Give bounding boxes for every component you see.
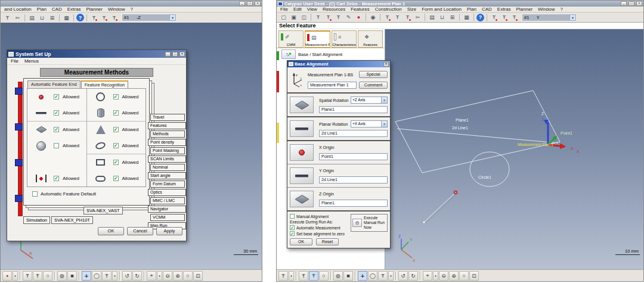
menu-item[interactable]: Edit [293, 7, 302, 12]
menu-item[interactable]: Plan [467, 7, 476, 12]
axis-select[interactable]: +Z Axis ▾ [351, 97, 388, 104]
side-tab[interactable]: Optics [148, 189, 186, 196]
side-tab[interactable]: Methods [150, 130, 185, 138]
line-feature[interactable] [423, 191, 457, 224]
execute-manual-run-button[interactable]: ⚙ Execute Manual Run Now [351, 214, 388, 232]
delete-icon[interactable]: ⊔ [438, 13, 447, 22]
axis-view-dropdown[interactable]: ▾ [433, 271, 438, 281]
probe-define-icon[interactable]: Ŧ [324, 13, 333, 22]
allowed-checkbox[interactable]: ✓ [113, 94, 119, 99]
axis-view-dropdown[interactable]: ▾ [157, 271, 162, 281]
sensor-tab[interactable]: Simulation [23, 216, 50, 224]
side-tab[interactable]: Nominal [150, 164, 185, 171]
manual-alignment-checkbox[interactable] [290, 214, 295, 219]
side-tab[interactable]: Start angle [148, 172, 186, 179]
stylus-edit-icon[interactable]: ✎ [344, 13, 353, 22]
menu-item[interactable]: Size [407, 7, 417, 12]
side-tab[interactable]: Point density [148, 139, 186, 146]
menu-item[interactable]: Planner [516, 7, 532, 12]
table-icon[interactable]: ⊞ [448, 13, 457, 22]
close-button[interactable]: × [255, 1, 261, 6]
axis-view-button[interactable]: ⌖ [423, 271, 432, 281]
minimize-button[interactable]: _ [239, 1, 245, 6]
probe-position-dropdown[interactable]: #1 -Z ▾ [122, 14, 177, 21]
feature-input[interactable]: Plane1 [319, 106, 388, 113]
probe-view-button[interactable]: Ŧ [378, 271, 388, 281]
maximize-button[interactable]: □ [628, 1, 634, 6]
probe-position-dropdown[interactable]: #1 Y ▾ [522, 14, 577, 21]
pan-button[interactable]: + [358, 271, 367, 281]
comment-button[interactable]: Comment [359, 82, 388, 89]
probe-view-dropdown[interactable]: ▾ [388, 271, 394, 281]
chevron-down-icon[interactable]: ▾ [381, 97, 387, 103]
menu-item[interactable]: CAD [52, 7, 62, 12]
zoom-window-button[interactable]: ○ [459, 271, 469, 281]
rotate-left-button[interactable]: ↺ [122, 271, 132, 281]
rotate-right-button[interactable]: ↻ [408, 271, 418, 281]
circle-feature[interactable]: Circle1 [470, 152, 509, 186]
side-tab[interactable]: Navigator [148, 206, 186, 213]
probe-group-button[interactable]: Ŧ [33, 271, 42, 281]
feature-icon-button[interactable] [290, 144, 314, 161]
close-button[interactable]: × [636, 1, 642, 6]
set-zero-checkbox[interactable]: ✓ [290, 231, 295, 236]
dialog-close-button[interactable]: × [383, 62, 389, 67]
menu-item[interactable]: Window [108, 7, 125, 12]
feature-icon-button[interactable] [290, 97, 314, 113]
allowed-checkbox[interactable]: ✓ [54, 176, 59, 181]
sphere-view-button[interactable]: ○ [43, 271, 52, 281]
menu-item[interactable]: Window [538, 7, 555, 12]
probe-button[interactable]: Ŧ [23, 271, 32, 281]
stylus-angles-icon[interactable]: Ŧ [393, 13, 402, 22]
apply-button[interactable]: Apply [156, 227, 182, 235]
probe-button[interactable]: Ŧ [299, 271, 308, 281]
allowed-checkbox[interactable]: ✓ [54, 127, 59, 132]
zoom-in-button[interactable]: ⊕ [449, 271, 459, 281]
zoom-out-button[interactable]: ⊖ [439, 271, 448, 281]
chevron-down-icon[interactable]: ▾ [169, 14, 176, 21]
zoom-window-button[interactable]: ○ [183, 271, 193, 281]
save-plan-icon[interactable]: ◫ [299, 13, 308, 22]
allowed-checkbox[interactable]: ✓ [113, 143, 119, 148]
dialog-maximize-button[interactable]: □ [172, 52, 178, 57]
automatic-feature-default-checkbox[interactable] [32, 191, 38, 197]
nav-tab[interactable]: ❖ Features [358, 30, 383, 48]
menu-item[interactable]: Extras [497, 7, 511, 12]
automatic-measurement-checkbox[interactable]: ✓ [290, 225, 295, 230]
ellipse-select-button[interactable]: ◯ [368, 271, 377, 281]
reset-button[interactable]: Reset [316, 238, 339, 245]
allowed-checkbox[interactable]: ✓ [54, 110, 59, 116]
wireframe-button[interactable]: ◍ [57, 271, 67, 281]
allowed-checkbox[interactable]: ✓ [54, 94, 59, 99]
probe-view-button[interactable]: Ŧ [102, 271, 112, 281]
maximize-button[interactable]: □ [247, 1, 253, 6]
menu-item[interactable]: ? [561, 7, 563, 12]
allowed-checkbox[interactable]: ✓ [113, 110, 119, 116]
dialog-titlebar[interactable]: Base Alignment × [287, 61, 390, 67]
plan-name-input[interactable]: Measurement Plan 1 [308, 82, 357, 89]
cad-viewport-left[interactable]: System Set Up _ □ × FileMenus Measuremen… [1, 23, 262, 269]
zoom-in-button[interactable]: ⊕ [173, 271, 182, 281]
stylus-delete-icon[interactable]: ✂ [413, 13, 422, 22]
wireframe-button[interactable]: ◍ [333, 271, 343, 281]
cancel-button[interactable]: Cancel [127, 227, 153, 235]
feature-icon-button[interactable] [290, 191, 314, 207]
allowed-checkbox[interactable]: ✓ [113, 160, 119, 165]
probe-position-icon[interactable]: Ŧ [490, 13, 499, 22]
rotate-left-button[interactable]: ↺ [398, 271, 408, 281]
open-plan-icon[interactable]: ▣ [289, 13, 298, 22]
side-tab[interactable]: VCMM [150, 214, 185, 221]
stylus-system-icon[interactable]: Ŧ [3, 13, 12, 22]
menu-item[interactable]: and Location [4, 7, 32, 12]
axis-select[interactable]: +X Axis ▾ [351, 120, 388, 127]
probe-angle-icon[interactable]: Ŧ [500, 13, 509, 22]
titlebar[interactable]: _ □ × [1, 1, 262, 7]
ok-button[interactable]: OK [290, 238, 312, 245]
help-icon[interactable]: ? [76, 14, 84, 21]
sensor-tab[interactable]: SVA-NEX_PH10T [51, 216, 93, 224]
allowed-checkbox[interactable]: ✓ [113, 127, 119, 132]
dialog-menu-item[interactable]: Menus [24, 58, 39, 64]
menu-item[interactable]: ? [130, 7, 132, 12]
feature-input[interactable]: 2d Line1 [319, 176, 388, 184]
allowed-checkbox[interactable] [54, 143, 59, 148]
